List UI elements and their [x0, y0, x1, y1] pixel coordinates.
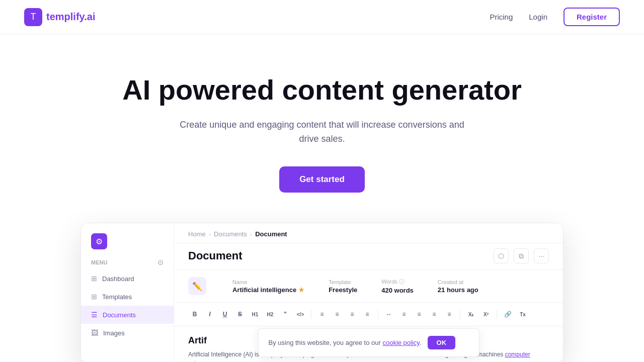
- cookie-ok-button[interactable]: OK: [428, 336, 456, 349]
- toolbar-list-bullet[interactable]: ≡: [443, 308, 456, 321]
- toolbar-bold[interactable]: B: [188, 308, 201, 321]
- sidebar: ⚙ MENU ⊙ ⊞ Dashboard ⊞ Templates ☰ Docum…: [81, 223, 174, 362]
- toolbar-h1[interactable]: H1: [249, 308, 262, 321]
- navbar: T templify.ai Pricing Login Register: [0, 0, 644, 34]
- logo-icon: T: [24, 8, 42, 26]
- doc-title: Document: [188, 249, 243, 262]
- hero-heading: AI powered content generator: [24, 74, 620, 106]
- logo-text: templify.ai: [46, 11, 95, 23]
- register-button[interactable]: Register: [564, 8, 620, 26]
- toolbar-italic[interactable]: I: [203, 308, 216, 321]
- toolbar-subscript[interactable]: X₂: [464, 308, 477, 321]
- hero-subheading: Create unique and engaging content that …: [176, 118, 468, 147]
- cookie-policy-link[interactable]: cookie policy: [382, 339, 419, 346]
- sidebar-item-label: Templates: [102, 293, 132, 301]
- meta-template-label: Template: [329, 279, 357, 285]
- doc-meta-icon: ✏️: [188, 277, 206, 295]
- toolbar-list-ordered[interactable]: ≡: [397, 308, 411, 321]
- get-started-button[interactable]: Get started: [279, 166, 365, 193]
- toolbar-align-right[interactable]: ≡: [346, 308, 359, 321]
- sidebar-item-label: Dashboard: [102, 275, 134, 283]
- templates-icon: ⊞: [91, 293, 97, 301]
- toolbar-link[interactable]: 🔗: [501, 308, 514, 321]
- meta-template-value: Freestyle: [329, 286, 357, 294]
- toolbar-separator-2: [378, 310, 378, 319]
- toolbar-separator-3: [460, 310, 460, 319]
- breadcrumb-current: Document: [255, 230, 287, 238]
- doc-header: Document ⬡ ⧉ ···: [174, 243, 563, 270]
- toolbar-superscript[interactable]: X²: [479, 308, 493, 321]
- toolbar-list-unordered[interactable]: ≡: [413, 308, 426, 321]
- editor-toolbar: B I U S H1 H2 " </> ≡ ≡ ≡ ≡ ↔ ≡ ≡ ≡ ≡: [174, 303, 563, 326]
- meta-name-col: Name Artificial intelligence ★: [232, 279, 304, 294]
- doc-actions: ⬡ ⧉ ···: [494, 248, 549, 263]
- sidebar-item-label: Images: [103, 329, 125, 337]
- meta-star-icon: ★: [298, 286, 304, 294]
- meta-name-label: Name: [232, 279, 304, 285]
- sidebar-item-dashboard[interactable]: ⊞ Dashboard: [81, 269, 174, 288]
- doc-meta-row: ✏️ Name Artificial intelligence ★ Templa…: [174, 270, 563, 303]
- toolbar-align-left[interactable]: ≡: [315, 308, 329, 321]
- nav-links: Pricing Login Register: [490, 8, 620, 26]
- nav-pricing-link[interactable]: Pricing: [490, 13, 513, 21]
- sidebar-item-label: Documents: [103, 311, 136, 319]
- app-preview: ⚙ MENU ⊙ ⊞ Dashboard ⊞ Templates ☰ Docum…: [40, 223, 604, 362]
- cookie-text: By using this website, you agree to our …: [269, 339, 422, 346]
- meta-words-value: 420 words: [381, 287, 414, 294]
- breadcrumb-sep-2: ›: [250, 230, 252, 238]
- cookie-banner: By using this website, you agree to our …: [258, 328, 479, 357]
- doc-action-copy[interactable]: ⧉: [514, 248, 529, 263]
- meta-created-value: 21 hours ago: [438, 286, 478, 294]
- toolbar-list-check[interactable]: ≡: [428, 308, 441, 321]
- sidebar-settings-icon[interactable]: ⊙: [157, 258, 164, 266]
- sidebar-brand-icon: ⚙: [91, 233, 107, 249]
- toolbar-h2[interactable]: H2: [264, 308, 277, 321]
- nav-login-link[interactable]: Login: [529, 13, 547, 21]
- sidebar-item-documents[interactable]: ☰ Documents: [81, 306, 174, 324]
- editor-content[interactable]: Artif Artificial Intelligence (AI) is a …: [174, 326, 563, 362]
- sidebar-logo: ⚙: [81, 223, 174, 254]
- meta-name-value: Artificial intelligence ★: [232, 286, 304, 294]
- words-info-icon: ⓘ: [399, 279, 405, 285]
- toolbar-code[interactable]: </>: [294, 308, 307, 321]
- breadcrumb-sep-1: ›: [209, 230, 211, 238]
- toolbar-separator-4: [497, 310, 497, 319]
- doc-action-save[interactable]: ⬡: [494, 248, 509, 263]
- meta-created-col: Created at 21 hours ago: [438, 279, 478, 294]
- meta-created-label: Created at: [438, 279, 478, 285]
- toolbar-strikethrough[interactable]: S: [233, 308, 247, 321]
- toolbar-indent[interactable]: ↔: [382, 308, 395, 321]
- documents-icon: ☰: [91, 311, 98, 319]
- toolbar-clear-format[interactable]: Tx: [516, 308, 529, 321]
- sidebar-item-templates[interactable]: ⊞ Templates: [81, 288, 174, 306]
- hero-section: AI powered content generator Create uniq…: [0, 34, 644, 223]
- meta-template-col: Template Freestyle: [329, 279, 357, 294]
- meta-words-col: Words ⓘ 420 words: [381, 278, 414, 294]
- toolbar-separator-1: [311, 310, 311, 319]
- images-icon: 🖼: [91, 329, 98, 337]
- meta-words-label: Words ⓘ: [381, 278, 414, 286]
- app-shell: ⚙ MENU ⊙ ⊞ Dashboard ⊞ Templates ☰ Docum…: [80, 223, 564, 362]
- sidebar-item-images[interactable]: 🖼 Images: [81, 324, 174, 342]
- toolbar-align-justify[interactable]: ≡: [361, 308, 374, 321]
- doc-action-more[interactable]: ···: [534, 248, 549, 263]
- dashboard-icon: ⊞: [91, 275, 97, 283]
- toolbar-align-center[interactable]: ≡: [331, 308, 344, 321]
- breadcrumb-home[interactable]: Home: [188, 230, 206, 238]
- toolbar-underline[interactable]: U: [218, 308, 231, 321]
- breadcrumb-documents[interactable]: Documents: [214, 230, 247, 238]
- logo-link[interactable]: T templify.ai: [24, 8, 95, 26]
- main-content: Home › Documents › Document Document ⬡ ⧉…: [174, 223, 563, 362]
- breadcrumb: Home › Documents › Document: [174, 223, 563, 243]
- sidebar-menu-label: MENU ⊙: [81, 254, 174, 269]
- toolbar-quote[interactable]: ": [279, 308, 292, 321]
